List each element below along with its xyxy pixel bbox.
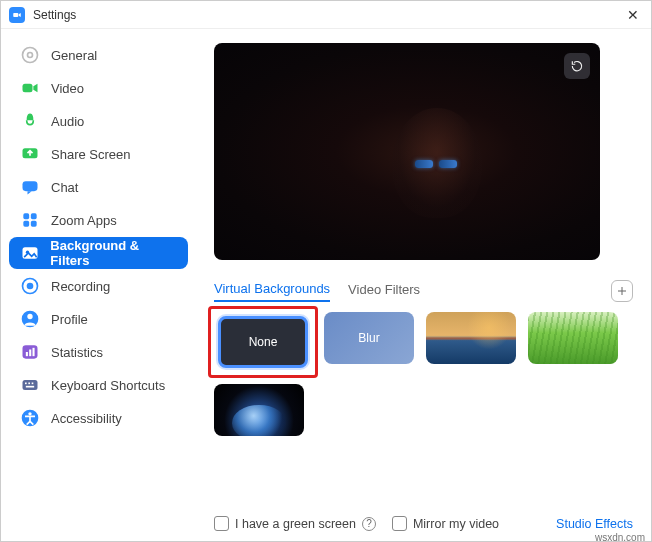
svg-rect-0: [13, 12, 18, 16]
studio-effects-link[interactable]: Studio Effects: [556, 517, 633, 531]
svg-point-1: [23, 48, 38, 63]
mirror-video-checkbox[interactable]: Mirror my video: [392, 516, 499, 531]
sidebar-item-label: Background & Filters: [50, 238, 178, 268]
sidebar-item-accessibility[interactable]: Accessibility: [9, 402, 188, 434]
sidebar-item-statistics[interactable]: Statistics: [9, 336, 188, 368]
sidebar-item-label: Share Screen: [51, 147, 131, 162]
tab-virtual-backgrounds[interactable]: Virtual Backgrounds: [214, 281, 330, 302]
background-none-label: None: [249, 335, 278, 349]
sidebar-item-chat[interactable]: Chat: [9, 171, 188, 203]
svg-rect-22: [28, 383, 30, 385]
svg-point-15: [27, 314, 32, 319]
svg-rect-3: [23, 84, 33, 92]
sidebar-item-video[interactable]: Video: [9, 72, 188, 104]
audio-icon: [19, 110, 41, 132]
sidebar: General Video Audio Share Screen Chat Zo…: [1, 29, 196, 541]
sidebar-item-label: Accessibility: [51, 411, 122, 426]
statistics-icon: [19, 341, 41, 363]
background-option-grass[interactable]: [528, 312, 618, 364]
video-icon: [19, 77, 41, 99]
content: General Video Audio Share Screen Chat Zo…: [1, 29, 651, 541]
background-none-highlight: None: [214, 312, 312, 372]
sidebar-item-label: Video: [51, 81, 84, 96]
add-background-button[interactable]: [611, 280, 633, 302]
sidebar-item-label: Keyboard Shortcuts: [51, 378, 165, 393]
svg-rect-21: [25, 383, 27, 385]
preview-glasses: [415, 160, 465, 170]
green-screen-label: I have a green screen: [235, 517, 356, 531]
plus-icon: [616, 285, 628, 297]
background-option-blur[interactable]: Blur: [324, 312, 414, 364]
background-option-earth[interactable]: [214, 384, 304, 436]
sidebar-item-background-filters[interactable]: Background & Filters: [9, 237, 188, 269]
rotate-camera-button[interactable]: [564, 53, 590, 79]
sidebar-item-label: Recording: [51, 279, 110, 294]
sidebar-item-recording[interactable]: Recording: [9, 270, 188, 302]
keyboard-icon: [19, 374, 41, 396]
apps-icon: [19, 209, 41, 231]
sidebar-item-label: Chat: [51, 180, 78, 195]
sidebar-item-label: Zoom Apps: [51, 213, 117, 228]
window-title: Settings: [33, 8, 623, 22]
svg-rect-7: [31, 213, 37, 219]
background-tabs: Virtual Backgrounds Video Filters: [214, 280, 633, 302]
sidebar-item-label: General: [51, 48, 97, 63]
background-grid: None Blur: [214, 312, 622, 436]
checkbox-icon: [214, 516, 229, 531]
sidebar-item-share-screen[interactable]: Share Screen: [9, 138, 188, 170]
zoom-app-icon: [9, 7, 25, 23]
sidebar-item-profile[interactable]: Profile: [9, 303, 188, 335]
share-screen-icon: [19, 143, 41, 165]
green-screen-checkbox[interactable]: I have a green screen ?: [214, 516, 376, 531]
recording-icon: [19, 275, 41, 297]
svg-rect-20: [23, 380, 38, 390]
gear-icon: [19, 44, 41, 66]
sidebar-item-general[interactable]: General: [9, 39, 188, 71]
svg-rect-9: [31, 221, 37, 227]
watermark: wsxdn.com: [595, 532, 645, 542]
background-blur-label: Blur: [358, 331, 379, 345]
background-option-none[interactable]: None: [218, 316, 308, 368]
chat-icon: [19, 176, 41, 198]
sidebar-item-keyboard-shortcuts[interactable]: Keyboard Shortcuts: [9, 369, 188, 401]
accessibility-icon: [19, 407, 41, 429]
sidebar-item-label: Profile: [51, 312, 88, 327]
background-icon: [19, 242, 40, 264]
help-icon[interactable]: ?: [362, 517, 376, 531]
svg-point-13: [27, 283, 34, 290]
tab-video-filters[interactable]: Video Filters: [348, 282, 420, 301]
close-button[interactable]: ✕: [623, 5, 643, 25]
background-option-bridge[interactable]: [426, 312, 516, 364]
video-preview: [214, 43, 600, 260]
svg-rect-8: [23, 221, 29, 227]
rotate-icon: [570, 59, 584, 73]
svg-rect-19: [33, 348, 35, 356]
svg-rect-23: [32, 383, 34, 385]
sidebar-item-label: Statistics: [51, 345, 103, 360]
checkbox-icon: [392, 516, 407, 531]
sidebar-item-label: Audio: [51, 114, 84, 129]
footer-options: I have a green screen ? Mirror my video …: [214, 506, 633, 531]
svg-point-2: [28, 53, 33, 58]
svg-rect-5: [23, 181, 38, 191]
sidebar-item-audio[interactable]: Audio: [9, 105, 188, 137]
svg-rect-6: [23, 213, 29, 219]
profile-icon: [19, 308, 41, 330]
svg-rect-17: [26, 352, 28, 356]
sidebar-item-zoom-apps[interactable]: Zoom Apps: [9, 204, 188, 236]
mirror-label: Mirror my video: [413, 517, 499, 531]
titlebar: Settings ✕: [1, 1, 651, 29]
svg-rect-24: [26, 386, 34, 388]
main-panel: Virtual Backgrounds Video Filters None B…: [196, 29, 651, 541]
svg-point-26: [28, 412, 31, 415]
svg-rect-18: [29, 350, 31, 357]
